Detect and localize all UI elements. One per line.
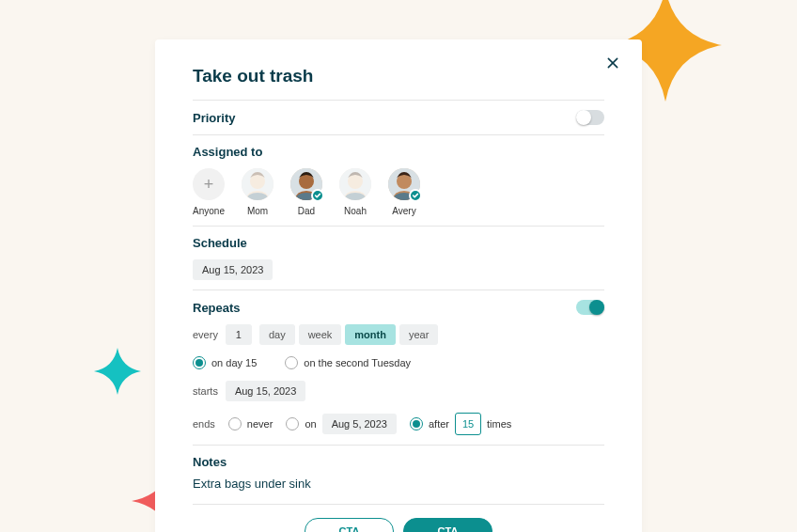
repeats-toggle[interactable]: [576, 300, 604, 315]
priority-label: Priority: [193, 111, 236, 125]
section-priority: Priority: [193, 100, 604, 125]
assignee-mom[interactable]: Mom: [242, 168, 273, 216]
primary-cta-button[interactable]: CTA: [403, 518, 492, 532]
monthly-option-1[interactable]: on the second Tuesday: [285, 356, 411, 369]
monthly-option-label: on the second Tuesday: [304, 357, 411, 368]
assignee-anyone[interactable]: +Anyone: [193, 168, 225, 216]
ends-on-label: on: [305, 418, 316, 430]
schedule-date-chip[interactable]: Aug 15, 2023: [193, 259, 273, 280]
starts-label: starts: [193, 385, 218, 397]
check-icon: [311, 189, 324, 202]
assigned-label: Assigned to: [193, 145, 262, 159]
starts-date-chip[interactable]: Aug 15, 2023: [226, 381, 305, 401]
repeats-label: Repeats: [193, 301, 241, 315]
ends-after-count-input[interactable]: 15: [455, 413, 481, 435]
avatar: [290, 168, 322, 200]
close-icon[interactable]: [606, 56, 623, 73]
unit-month[interactable]: month: [345, 324, 396, 345]
ends-label: ends: [193, 418, 215, 430]
assignee-name: Noah: [344, 206, 367, 216]
ends-never-option[interactable]: never: [228, 417, 273, 430]
add-icon: +: [193, 168, 225, 200]
avatar: [388, 168, 420, 200]
ends-after-suffix: times: [487, 418, 511, 430]
monthly-option-label: on day 15: [211, 357, 257, 368]
notes-label: Notes: [193, 455, 227, 469]
ends-on-option[interactable]: on Aug 5, 2023: [286, 414, 397, 434]
assignee-noah[interactable]: Noah: [339, 168, 371, 216]
monthly-option-0[interactable]: on day 15: [193, 356, 257, 369]
unit-day[interactable]: day: [259, 324, 295, 345]
assignee-name: Mom: [247, 206, 268, 216]
ends-after-label: after: [429, 418, 449, 430]
every-value-input[interactable]: 1: [226, 324, 252, 345]
task-dialog: Take out trash Priority Assigned to +Any…: [155, 39, 642, 532]
ends-never-label: never: [247, 418, 273, 430]
section-notes: Notes Extra bags under sink: [193, 445, 604, 491]
every-label: every: [193, 329, 218, 340]
check-icon: [409, 189, 422, 202]
assignee-name: Avery: [392, 206, 415, 216]
radio-icon: [193, 356, 206, 369]
assignee-name: Dad: [298, 206, 315, 216]
radio-icon: [285, 356, 298, 369]
unit-week[interactable]: week: [299, 324, 342, 345]
schedule-label: Schedule: [193, 236, 247, 250]
ends-after-option[interactable]: after 15 times: [410, 413, 511, 435]
ends-on-date-chip[interactable]: Aug 5, 2023: [322, 414, 397, 434]
avatar: [339, 168, 371, 200]
section-schedule: Schedule Aug 15, 2023: [193, 226, 604, 280]
assignee-name: Anyone: [193, 206, 225, 216]
section-repeats: Repeats every 1 dayweekmonthyear on day …: [193, 289, 604, 435]
avatar: [242, 168, 273, 200]
priority-toggle[interactable]: [576, 110, 604, 125]
task-title: Take out trash: [193, 66, 604, 86]
secondary-cta-button[interactable]: CTA: [305, 518, 394, 532]
dialog-actions: CTA CTA: [193, 504, 604, 532]
notes-text[interactable]: Extra bags under sink: [193, 477, 604, 491]
assignee-avery[interactable]: Avery: [388, 168, 420, 216]
sparkle-decoration-teal: [94, 348, 141, 395]
section-assigned: Assigned to +Anyone Mom Dad Noah: [193, 134, 604, 216]
assignee-dad[interactable]: Dad: [290, 168, 322, 216]
unit-year[interactable]: year: [399, 324, 438, 345]
